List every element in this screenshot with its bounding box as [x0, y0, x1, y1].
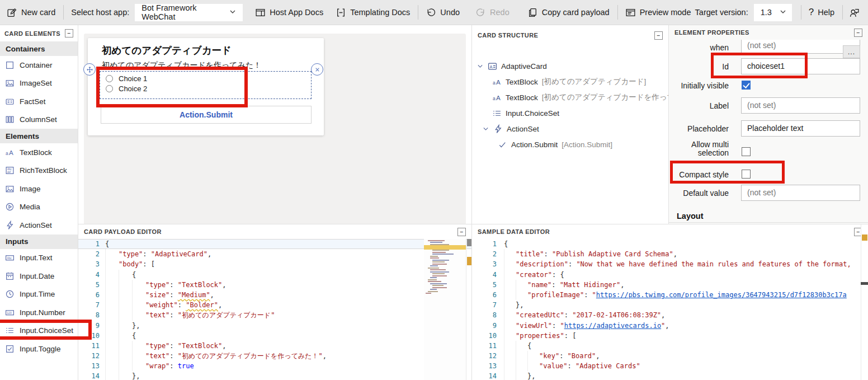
sidebar-item-textblock[interactable]: aATextBlock	[0, 143, 78, 162]
card-title-textblock[interactable]: 初めてのアダプティブカード	[102, 44, 232, 57]
image-icon	[5, 184, 15, 194]
richtextblock-icon: Abcdef	[5, 166, 15, 175]
sidebar-item-input-toggle[interactable]: Input.Toggle	[0, 340, 78, 358]
toolbar: New card Select host app: Bot Framework …	[0, 0, 868, 25]
minimap-line	[432, 287, 447, 288]
sidebar-item-richtextblock[interactable]: AbcdefRichTextBlock	[0, 162, 78, 180]
sidebar-item-actionset[interactable]: ActionSet	[0, 216, 78, 234]
default-value-field[interactable]: (not set)	[741, 185, 860, 201]
redo-button[interactable]: Redo	[475, 7, 510, 18]
editor-scrollbar[interactable]	[466, 239, 471, 380]
payload-code-editor[interactable]: 1{2"type": "AdaptiveCard",3"body": [4{5"…	[78, 239, 471, 380]
tree-node-actionset[interactable]: ActionSet	[472, 121, 668, 137]
tree-node-textblock[interactable]: aATextBlock[初めてのアダプティブカードを作って	[472, 90, 668, 105]
svg-text:123: 123	[7, 311, 12, 315]
when-ellipsis-button[interactable]: ...	[843, 45, 860, 58]
layout-section-header: Layout	[677, 212, 704, 221]
line-number: 3	[472, 259, 504, 269]
sidebar-item-input-choiceset[interactable]: Input.ChoiceSet	[0, 322, 78, 340]
choiceset-selection-outline[interactable]: Choice 1 Choice 2	[100, 71, 312, 99]
tree-node-textblock[interactable]: aATextBlock[初めてのアダプティブカード]	[472, 74, 668, 90]
minimap-highlight	[424, 245, 466, 250]
chevron-down-icon[interactable]	[477, 63, 484, 70]
help-button[interactable]: ? Help	[809, 7, 834, 18]
sidebar-item-input-number[interactable]: 123Input.Number	[0, 303, 78, 322]
code-line: 3"body": [	[78, 259, 471, 269]
sample-data-editor-title: SAMPLE DATA EDITOR	[478, 228, 550, 235]
editor-overview-ruler[interactable]	[861, 224, 868, 380]
sidebar-item-input-text[interactable]: AbcInput.Text	[0, 249, 78, 268]
collapse-panel-icon[interactable]	[654, 31, 663, 40]
card-subtitle-textblock[interactable]: 初めてのアダプティブカードを作ってみた！	[102, 60, 261, 71]
code-line: 4"creator": {	[472, 270, 861, 280]
id-field[interactable]: choiceset1	[741, 58, 860, 74]
allow-multi-selection-label: Allow multiselection	[669, 140, 736, 157]
tree-node-annotation: [初めてのアダプティブカード]	[542, 77, 646, 87]
code-line: 6"profileImage": "https://pbs.twimg.com/…	[472, 290, 861, 300]
sidebar-item-input-time[interactable]: Input.Time	[0, 285, 78, 304]
remove-element-icon[interactable]	[311, 63, 323, 76]
sidebar-item-image[interactable]: Image	[0, 180, 78, 198]
line-number: 1	[472, 239, 504, 249]
columnset-icon	[5, 115, 15, 124]
factset-icon	[5, 97, 15, 106]
sidebar-item-label: Input.Time	[20, 290, 55, 298]
svg-text:a: a	[6, 151, 8, 156]
compact-style-checkbox[interactable]	[742, 170, 751, 179]
ruler-marker	[862, 234, 867, 241]
collapse-panel-icon[interactable]	[65, 29, 73, 37]
tree-node-label: ActionSet	[507, 125, 539, 133]
preview-mode-button[interactable]: Preview mode	[625, 7, 691, 18]
input-choiceset-icon	[5, 326, 15, 335]
default-value-label: Default value	[669, 189, 736, 198]
drag-handle-icon[interactable]	[83, 63, 96, 76]
new-card-button[interactable]: New card	[7, 7, 55, 18]
imageset-icon	[5, 78, 15, 88]
radio-button-icon[interactable]	[106, 85, 113, 92]
code-line: 2"title": "Publish Adaptive Card Schema"…	[472, 249, 861, 259]
sidebar-item-label: Input.ChoiceSet	[20, 326, 73, 335]
minimap-line	[432, 250, 449, 251]
initially-visible-checkbox[interactable]	[742, 81, 751, 90]
card-structure-tree: AAdaptiveCardaATextBlock[初めてのアダプティブカード]a…	[472, 58, 668, 152]
sidebar-item-factset[interactable]: FactSet	[0, 92, 78, 111]
copy-card-payload-button[interactable]: Copy card payload	[527, 7, 610, 18]
sidebar-item-input-date[interactable]: Input.Date	[0, 267, 78, 285]
line-number: 11	[78, 341, 105, 351]
undo-button[interactable]: Undo	[426, 7, 460, 18]
tree-node-adaptivecard[interactable]: AAdaptiveCard	[472, 58, 668, 74]
sidebar-item-columnset[interactable]: ColumnSet	[0, 111, 78, 129]
feedback-button[interactable]	[849, 7, 862, 18]
host-app-dropdown[interactable]: Bot Framework WebChat	[135, 4, 243, 21]
editor-minimap[interactable]	[424, 239, 466, 380]
chevron-down-icon[interactable]	[482, 125, 489, 133]
action-submit-button[interactable]: Action.Submit	[101, 106, 312, 124]
templating-docs-button[interactable]: Templating Docs	[336, 7, 410, 18]
code-line: 4{	[78, 270, 471, 280]
sidebar-item-media[interactable]: Media	[0, 198, 78, 217]
tree-node-label: Input.ChoiceSet	[506, 109, 559, 118]
scrollbar-thumb[interactable]	[467, 239, 471, 246]
input-date-icon	[5, 271, 15, 281]
line-number: 8	[78, 310, 105, 320]
allow-multi-selection-checkbox[interactable]	[742, 147, 751, 156]
line-number: 2	[78, 249, 105, 259]
collapse-panel-icon[interactable]	[457, 228, 466, 236]
svg-text:A: A	[9, 149, 13, 156]
placeholder-field[interactable]: Placeholder text	[741, 120, 860, 137]
sidebar-item-imageset[interactable]: ImageSet	[0, 74, 78, 93]
host-app-docs-button[interactable]: Host App Docs	[255, 7, 323, 18]
tree-node-input-choiceset[interactable]: Input.ChoiceSet	[472, 105, 668, 121]
line-number: 7	[472, 300, 504, 310]
sidebar-item-container[interactable]: Container	[0, 56, 78, 74]
collapse-panel-icon[interactable]	[854, 29, 862, 37]
sidebar-item-label: RichTextBlock	[20, 166, 67, 175]
help-icon: ?	[809, 7, 814, 18]
sample-code-editor[interactable]: 1{2"title": "Publish Adaptive Card Schem…	[472, 239, 861, 380]
tree-node-label: TextBlock	[506, 78, 538, 86]
target-version-dropdown[interactable]: 1.3	[754, 4, 792, 21]
code-line: 1{	[472, 239, 861, 249]
radio-button-icon[interactable]	[106, 75, 113, 82]
tree-node-action-submit[interactable]: Action.Submit[Action.Submit]	[472, 137, 668, 152]
label-field[interactable]: (not set)	[741, 97, 860, 114]
